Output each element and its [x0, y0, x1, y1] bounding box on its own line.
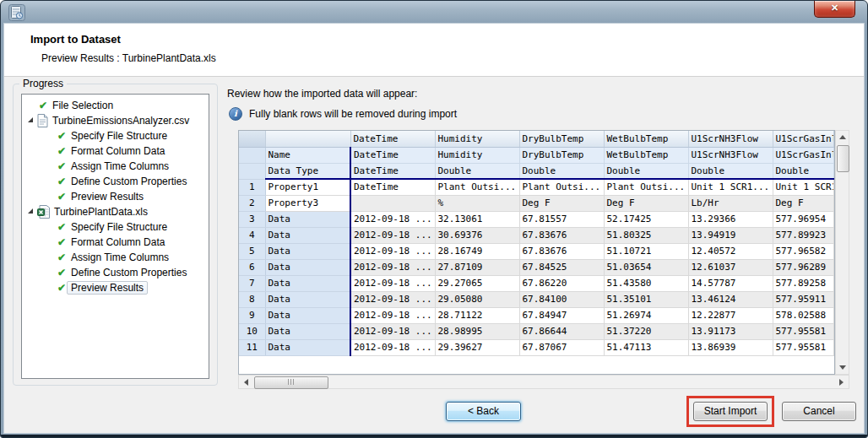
grid-cell: 51.26974 — [604, 307, 688, 323]
info-icon: i — [229, 107, 242, 121]
info-message-text: Fully blank rows will be removed during … — [249, 108, 457, 120]
close-icon: ✕ — [831, 3, 838, 13]
horizontal-scrollbar-thumb[interactable] — [254, 376, 328, 389]
dialog-client-area: Import to Dataset Preview Results : Turb… — [4, 24, 864, 433]
row-label-cell: Data — [265, 323, 350, 339]
grid-row: 1Property1DateTimePlant Outsi...Plant Ou… — [239, 179, 834, 195]
tree-item-format-column-data[interactable]: ✔Format Column Data — [22, 143, 209, 159]
grid-cell: Deg F — [604, 195, 688, 211]
vertical-scrollbar-thumb[interactable] — [837, 145, 849, 172]
tree-item-turbineplantdata-xls[interactable]: TurbinePlantData.xls — [22, 204, 209, 219]
preview-grid-table: DateTimeHumidityDryBulbTempWetBulbTempU1… — [239, 131, 834, 356]
row-label-cell: Data — [265, 243, 350, 259]
tree-item-define-custom-properties[interactable]: ✔Define Custom Properties — [22, 265, 209, 280]
tree-item-specify-file-structure[interactable]: ✔Specify File Structure — [22, 128, 209, 143]
grid-header-row: DateTimeHumidityDryBulbTempWetBulbTempU1… — [239, 131, 834, 147]
tree-item-turbineemissionsanalyzer-csv[interactable]: TurbineEmissionsAnalyzer.csv — [22, 113, 209, 128]
tree-item-specify-file-structure[interactable]: ✔Specify File Structure — [22, 219, 209, 235]
check-icon: ✔ — [57, 191, 66, 203]
check-icon: ✔ — [39, 100, 47, 111]
grid-cell: 67.87067 — [519, 339, 604, 355]
tree-expander-icon[interactable] — [28, 117, 33, 122]
tree-item-label: TurbinePlantData.xls — [54, 206, 148, 218]
tree-item-define-custom-properties[interactable]: ✔Define Custom Properties — [22, 174, 209, 189]
tree-item-label: Format Column Data — [71, 145, 165, 157]
vertical-scrollbar[interactable] — [835, 130, 849, 375]
back-button[interactable]: < Back — [446, 402, 521, 421]
close-button[interactable]: ✕ — [814, 1, 855, 18]
grid-cell: 578.02588 — [773, 307, 834, 323]
grid-cell: Plant Outsi... — [519, 179, 604, 195]
cancel-button[interactable]: Cancel — [782, 402, 856, 421]
grid-cell: 2012-09-18 ... — [350, 291, 435, 307]
row-label-cell: Data — [265, 307, 350, 323]
tree-item-format-column-data[interactable]: ✔Format Column Data — [22, 235, 209, 250]
grid-cell: 67.86644 — [519, 323, 604, 339]
grid-cell: 27.87109 — [435, 259, 519, 275]
grid-cell: 67.81557 — [519, 211, 604, 227]
tree-item-assign-time-columns[interactable]: ✔Assign Time Columns — [22, 159, 209, 174]
row-number-cell: 11 — [239, 339, 265, 355]
grid-cell: 12.22877 — [688, 307, 773, 323]
grid-label-column-header — [265, 131, 350, 147]
grid-cell: 577.96954 — [773, 211, 834, 227]
grid-cell: Humidity — [435, 147, 519, 163]
grid-cell: 13.94919 — [688, 227, 773, 243]
row-number-cell: 5 — [239, 243, 265, 259]
grid-row: Data TypeDateTimeDoubleDoubleDoubleDoubl… — [239, 163, 834, 179]
titlebar[interactable]: ✕ — [1, 1, 867, 24]
scroll-left-arrow[interactable] — [240, 376, 252, 388]
row-label-cell: Data — [265, 339, 350, 355]
grid-cell: 12.40572 — [688, 243, 773, 259]
grid-row: 8Data2012-09-18 ...29.0508067.8410051.35… — [239, 291, 834, 307]
row-label-cell: Data — [265, 275, 350, 291]
row-number-cell — [239, 147, 265, 163]
grid-cell: 29.39627 — [435, 339, 519, 355]
tree-item-label: Preview Results — [67, 281, 148, 295]
tree-item-preview-results[interactable]: ✔Preview Results — [22, 280, 209, 295]
grid-cell: 577.95911 — [773, 291, 834, 307]
import-to-dataset-dialog: ✕ Import to Dataset Preview Results : Tu… — [0, 0, 868, 438]
grid-row: 2Property3%Deg FDeg FLb/HrDeg F — [239, 195, 834, 211]
row-label-cell: Data — [265, 259, 350, 275]
row-label-cell: Data Type — [265, 163, 350, 179]
grid-row: 11Data2012-09-18 ...29.3962767.8706751.4… — [239, 339, 834, 355]
grid-row: 10Data2012-09-18 ...28.9899567.8664451.3… — [239, 323, 834, 339]
scroll-down-arrow[interactable] — [836, 360, 849, 374]
scroll-up-arrow[interactable] — [836, 131, 849, 144]
check-icon: ✔ — [57, 176, 66, 187]
grid-column-header: WetBulbTemp — [604, 131, 688, 147]
grid-cell: 577.96582 — [773, 243, 834, 259]
tree-item-label: Specify File Structure — [71, 130, 167, 142]
tree-item-label: Assign Time Columns — [71, 251, 169, 263]
row-label-cell: Data — [265, 291, 350, 307]
tree-item-label: Specify File Structure — [71, 221, 167, 233]
grid-cell: 12.61037 — [688, 259, 773, 275]
grid-cell: 52.17425 — [604, 211, 688, 227]
row-number-cell: 8 — [239, 291, 265, 307]
check-icon: ✔ — [57, 130, 66, 142]
tree-item-assign-time-columns[interactable]: ✔Assign Time Columns — [22, 250, 209, 265]
scroll-right-arrow[interactable] — [835, 376, 848, 388]
grid-cell: 51.43580 — [604, 275, 688, 291]
tree-item-file-selection[interactable]: ✔File Selection — [22, 98, 209, 113]
tree-expander-icon[interactable] — [28, 208, 33, 214]
grid-column-header: Humidity — [435, 131, 519, 147]
grid-row: 9Data2012-09-18 ...28.7112267.8494751.26… — [239, 307, 834, 323]
review-label: Review how the imported data will appear… — [227, 88, 417, 100]
check-icon: ✔ — [57, 221, 66, 233]
horizontal-scrollbar[interactable] — [238, 375, 849, 389]
row-number-cell: 1 — [239, 179, 265, 195]
tree-item-label: TurbineEmissionsAnalyzer.csv — [52, 115, 189, 127]
grid-cell: 2012-09-18 ... — [350, 243, 435, 259]
grid-cell: 2012-09-18 ... — [350, 259, 435, 275]
grid-cell: 51.37220 — [604, 323, 688, 339]
grid-cell: 2012-09-18 ... — [350, 275, 435, 291]
page-subtitle: Preview Results : TurbinePlantData.xls — [41, 52, 216, 64]
grid-cell: 13.86939 — [688, 339, 773, 355]
grid-cell: 51.35101 — [604, 291, 688, 307]
tree-item-preview-results[interactable]: ✔Preview Results — [22, 189, 209, 204]
row-number-cell: 6 — [239, 259, 265, 275]
grid-cell: Lb/Hr — [688, 195, 773, 211]
start-import-button[interactable]: Start Import — [693, 402, 768, 421]
